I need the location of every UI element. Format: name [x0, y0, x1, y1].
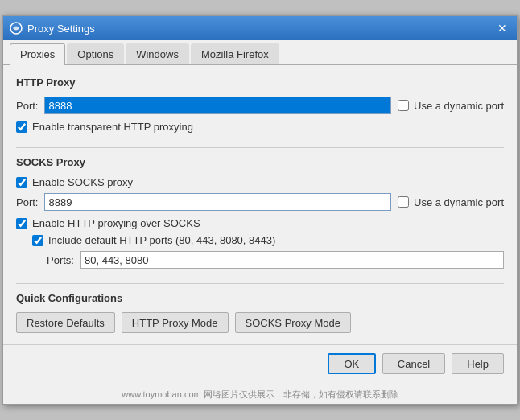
tab-options[interactable]: Options [67, 43, 124, 64]
socks-enable-checkbox[interactable] [16, 177, 27, 188]
http-dynamic-port-checkbox[interactable] [398, 100, 409, 111]
proxy-settings-window: Proxy Settings ✕ Proxies Options Windows… [2, 15, 518, 405]
close-button[interactable]: ✕ [494, 20, 510, 36]
socks-proxy-section: SOCKS Proxy Enable SOCKS proxy Port: Use… [16, 156, 504, 269]
socks-http-over-socks-checkbox[interactable] [16, 218, 27, 229]
socks-dynamic-port-container: Use a dynamic port [398, 196, 504, 208]
http-proxy-section: HTTP Proxy Port: Use a dynamic port Enab… [16, 76, 504, 133]
http-port-label: Port: [16, 100, 38, 112]
http-proxy-title: HTTP Proxy [16, 76, 504, 89]
cancel-button[interactable]: Cancel [382, 353, 445, 374]
ok-button[interactable]: OK [328, 353, 376, 374]
socks-http-over-socks-row: Enable HTTP proxying over SOCKS [16, 217, 504, 229]
content-area: HTTP Proxy Port: Use a dynamic port Enab… [3, 65, 517, 344]
socks-include-default-label: Include default HTTP ports (80, 443, 808… [48, 234, 275, 246]
footer: OK Cancel Help [3, 344, 517, 385]
watermark: www.toymoban.com 网络图片仅供展示，非存储，如有侵权请联系删除 [3, 385, 517, 404]
socks-http-over-socks-label: Enable HTTP proxying over SOCKS [32, 217, 200, 229]
http-dynamic-port-container: Use a dynamic port [398, 100, 504, 112]
http-port-input[interactable] [44, 97, 391, 114]
title-bar-left: Proxy Settings [10, 22, 95, 35]
section-separator-2 [16, 283, 504, 284]
socks-ports-input[interactable] [80, 251, 504, 269]
socks-dynamic-port-checkbox[interactable] [398, 196, 409, 208]
tab-mozilla-firefox[interactable]: Mozilla Firefox [191, 43, 279, 64]
http-transparent-label: Enable transparent HTTP proxying [32, 121, 193, 133]
tab-proxies[interactable]: Proxies [10, 43, 65, 65]
proxy-icon [10, 22, 23, 35]
help-button[interactable]: Help [452, 353, 504, 374]
quick-config-section: Quick Configurations Restore Defaults HT… [16, 292, 504, 333]
socks-enable-label: Enable SOCKS proxy [32, 176, 133, 188]
tab-bar: Proxies Options Windows Mozilla Firefox [3, 40, 517, 65]
http-transparent-checkbox[interactable] [16, 121, 27, 133]
http-port-row: Port: Use a dynamic port [16, 97, 504, 114]
section-separator-1 [16, 147, 504, 148]
socks-port-row: Port: Use a dynamic port [16, 193, 504, 211]
socks-include-default-row: Include default HTTP ports (80, 443, 808… [32, 234, 504, 246]
quick-config-title: Quick Configurations [16, 292, 504, 304]
socks-port-label: Port: [16, 196, 38, 208]
http-proxy-mode-button[interactable]: HTTP Proxy Mode [122, 312, 229, 333]
socks-ports-label: Ports: [47, 254, 74, 266]
http-dynamic-port-label: Use a dynamic port [414, 100, 504, 112]
restore-defaults-button[interactable]: Restore Defaults [16, 312, 115, 333]
socks-proxy-mode-button[interactable]: SOCKS Proxy Mode [235, 312, 352, 333]
http-transparent-row: Enable transparent HTTP proxying [16, 121, 504, 133]
socks-proxy-title: SOCKS Proxy [16, 156, 504, 168]
window-title: Proxy Settings [27, 23, 95, 35]
socks-dynamic-port-label: Use a dynamic port [414, 196, 504, 208]
socks-port-input[interactable] [44, 193, 391, 211]
socks-ports-row: Ports: [47, 251, 504, 269]
socks-include-default-checkbox[interactable] [32, 235, 43, 246]
title-bar: Proxy Settings ✕ [3, 16, 517, 40]
socks-enable-row: Enable SOCKS proxy [16, 176, 504, 188]
tab-windows[interactable]: Windows [126, 43, 189, 64]
quick-config-buttons: Restore Defaults HTTP Proxy Mode SOCKS P… [16, 312, 504, 333]
